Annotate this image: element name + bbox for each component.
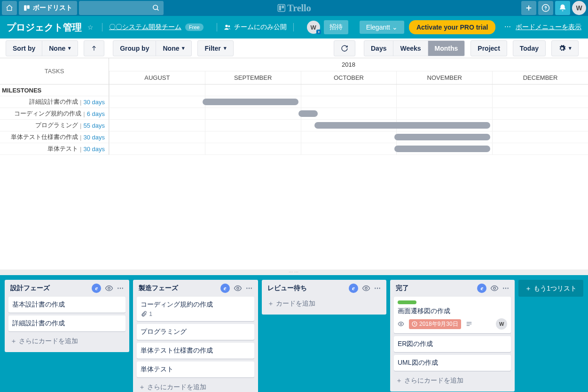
add-card-button[interactable]: ＋ カードを追加 [266,297,383,311]
chevron-down-icon: ▾ [224,45,227,51]
sort-value-button[interactable]: None▾ [42,40,78,56]
watch-icon[interactable] [490,284,499,292]
visibility-button[interactable]: チームにのみ公開 [224,23,287,31]
chart-row [109,131,588,143]
gantt-bar[interactable] [314,122,490,129]
user-avatar[interactable]: W [572,1,586,15]
board-icon [24,5,30,11]
due-date-badge: 2018年9月30日 [409,319,461,329]
admin-indicator [316,30,321,34]
chevron-down-icon: ▾ [68,45,71,51]
svg-rect-0 [24,5,26,11]
info-button[interactable] [538,1,553,15]
gantt-bar[interactable] [394,146,490,152]
task-row[interactable]: 単体テスト|30 days [0,143,109,155]
search-input[interactable] [79,1,164,15]
card[interactable]: プログラミング [137,324,254,340]
watch-icon[interactable] [105,284,113,292]
team-link[interactable]: 〇〇システム開発チーム [109,23,181,31]
chart-row [109,120,588,131]
list-title[interactable]: 完了 [396,284,477,292]
list-menu-icon[interactable]: ⋯ [246,284,252,292]
today-button[interactable]: Today [513,40,546,56]
watch-icon[interactable] [234,284,242,292]
elegantt-icon[interactable]: e [477,284,486,293]
arrow-up-icon [91,45,97,52]
divider [217,23,217,31]
card[interactable]: 単体テスト仕様書の作成 [137,343,254,359]
task-name: 詳細設計書の作成 [29,98,78,106]
svg-point-15 [365,287,368,290]
list: 製造フェーズe⋯コーディング規約の作成1プログラミング単体テスト仕様書の作成単体… [133,280,258,392]
board-menu-button[interactable]: ⋯ボードメニューを表示 [504,23,581,31]
invite-button[interactable]: 招待 [324,20,348,34]
month-header: SEPTEMBER [205,71,301,84]
card[interactable]: 詳細設計書の作成 [8,315,125,331]
trello-logo[interactable]: Trello [277,3,311,14]
elegantt-icon[interactable]: e [92,284,101,293]
card-title: 画面遷移図の作成 [398,307,507,315]
list-title[interactable]: レビュー待ち [267,284,349,292]
group-value-button[interactable]: None▾ [156,40,192,56]
card[interactable]: 基本設計書の作成 [8,297,125,313]
star-button[interactable]: ☆ [87,23,94,31]
pro-trial-button[interactable]: Activate your PRO trial [409,20,496,34]
list-menu-icon[interactable]: ⋯ [374,284,381,292]
settings-button[interactable]: ▾ [551,40,579,56]
svg-point-2 [153,5,157,9]
task-duration: 30 days [83,99,105,106]
board-title[interactable]: プロジェクト管理 [7,21,82,34]
member-avatar[interactable]: W [307,21,320,34]
watch-icon [398,321,404,327]
task-row[interactable]: 詳細設計書の作成|30 days [0,96,109,108]
card[interactable]: 画面遷移図の作成2018年9月30日W [394,297,511,333]
card-title: 単体テスト仕様書の作成 [141,346,250,355]
card-title: 単体テスト [141,365,250,374]
create-button[interactable] [521,1,536,15]
boards-label: ボードリスト [33,4,72,12]
chevron-down-icon: ▾ [182,45,185,51]
filter-button[interactable]: Filter▾ [197,40,233,56]
card[interactable]: ER図の作成 [394,336,511,352]
resize-handle[interactable]: ⋯⋯ [0,269,588,275]
elegantt-button[interactable]: Elegantt ⌄ [360,21,404,34]
sort-by-button[interactable]: Sort by [6,40,42,56]
card[interactable]: コーディング規約の作成1 [137,297,254,321]
month-header: DECEMBER [492,71,588,84]
list-menu-icon[interactable]: ⋯ [117,284,124,292]
notifications-button[interactable] [555,1,570,15]
card[interactable]: UML図の作成 [394,355,511,371]
watch-icon[interactable] [362,284,370,292]
list-menu-icon[interactable]: ⋯ [502,284,509,292]
svg-rect-6 [282,6,284,8]
elegantt-icon[interactable]: e [349,284,358,293]
group-by-button[interactable]: Group by [113,40,156,56]
elegantt-icon[interactable]: e [220,284,230,293]
gantt-bar[interactable] [298,110,318,117]
add-list-button[interactable]: ＋ もう1つリスト [518,280,583,297]
task-row[interactable]: コーディング規約の作成|6 days [0,108,109,120]
add-card-button[interactable]: ＋ さらにカードを追加 [8,334,125,348]
task-row[interactable]: プログラミング|55 days [0,120,109,131]
boards-button[interactable]: ボードリスト [19,1,77,15]
view-months-button[interactable]: Months [428,40,465,56]
svg-point-17 [400,323,402,325]
view-weeks-button[interactable]: Weeks [393,40,428,56]
gantt-bar[interactable] [203,99,298,105]
refresh-button[interactable] [334,40,355,56]
task-row[interactable]: 単体テスト仕様書の作成|30 days [0,131,109,143]
add-card-button[interactable]: ＋ さらにカードを追加 [394,374,511,388]
sort-direction-button[interactable] [84,40,104,56]
svg-rect-1 [27,5,30,9]
card[interactable]: 単体テスト [137,361,254,377]
view-days-button[interactable]: Days [364,40,393,56]
list-title[interactable]: 製造フェーズ [139,284,220,292]
view-project-button[interactable]: Project [470,40,507,56]
gantt-bar[interactable] [394,134,490,140]
chevron-down-icon: ▾ [569,45,572,51]
description-icon [466,321,472,327]
home-button[interactable] [2,1,17,15]
list-title[interactable]: 設計フェーズ [10,284,92,292]
add-card-button[interactable]: ＋ さらにカードを追加 [137,380,254,392]
card-member-avatar[interactable]: W [496,318,507,330]
